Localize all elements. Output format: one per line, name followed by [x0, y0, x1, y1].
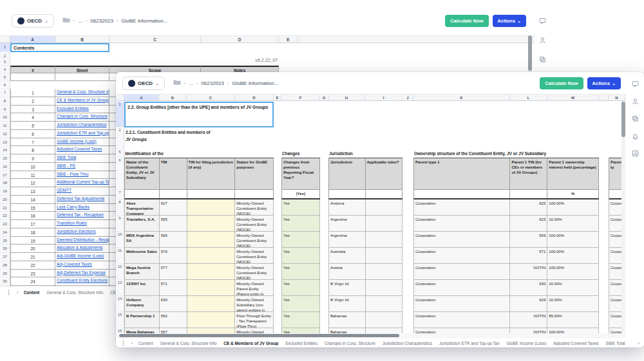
cell-jur[interactable]: B Virgin Isl: [329, 296, 366, 312]
front-horizontal-scrollbar[interactable]: [116, 333, 625, 338]
breadcrumb-folder[interactable]: 06232023: [201, 80, 224, 86]
sheet-link[interactable]: Changes in Corp. Structure: [57, 114, 108, 118]
cell-tin[interactable]: 571: [160, 280, 187, 296]
sheet-link[interactable]: Adj-Covered Taxes: [57, 262, 92, 266]
comment-icon[interactable]: [539, 17, 546, 24]
sheet-link[interactable]: Allocation & Adjustments: [57, 245, 103, 250]
chevron-left-icon[interactable]: ‹: [17, 290, 19, 295]
cell-name[interactable]: Melbourne Sales: [125, 248, 160, 264]
sheet-tab[interactable]: Content: [24, 290, 40, 295]
breadcrumb-file[interactable]: GloBE Information...: [232, 80, 278, 86]
cell-pct[interactable]: 100.00%: [547, 264, 599, 280]
cell-jur[interactable]: B Virgin Isl: [329, 280, 366, 296]
cell-ptype[interactable]: Corporation: [414, 312, 510, 328]
cell-name[interactable]: Abex Transportation Company: [125, 199, 160, 216]
row-header[interactable]: 24: [0, 228, 10, 237]
cell-tinf[interactable]: [187, 199, 236, 216]
cell-tinf[interactable]: [187, 232, 236, 248]
row-header[interactable]: 9: [116, 216, 124, 232]
cell-tinf[interactable]: [187, 216, 236, 232]
sheet-cell[interactable]: Excluded Entities: [55, 106, 109, 114]
sheet-cell[interactable]: Adj-Covered Taxes: [55, 261, 109, 270]
sheet-tab[interactable]: SBIE Total: [606, 341, 625, 346]
row-header[interactable]: 1: [116, 102, 124, 127]
cell-changes[interactable]: Yes: [282, 312, 320, 328]
row-header[interactable]: 28: [0, 261, 10, 270]
sheet-cell[interactable]: Allocation & Adjustments: [55, 245, 109, 253]
row-header[interactable]: 3: [0, 58, 10, 66]
calculate-now-button[interactable]: Calculate Now: [540, 77, 583, 89]
cell-tin[interactable]: 577: [160, 264, 187, 280]
chart-icon[interactable]: [632, 150, 639, 157]
sheet-cell[interactable]: Jurisdiction Characteristics: [55, 122, 109, 130]
cell-ptype[interactable]: Corporation: [414, 280, 510, 296]
row-header[interactable]: 1: [0, 43, 10, 52]
cell-changes[interactable]: Yes: [282, 264, 320, 280]
sheet-cell[interactable]: SBIE - Flow Thru: [55, 171, 109, 180]
row-header[interactable]: 15: [0, 154, 10, 163]
row-header[interactable]: 29: [0, 270, 10, 278]
cell-pct[interactable]: 100.00%: [547, 248, 599, 264]
sheet-cell[interactable]: General & Corp. Structure Info: [55, 89, 109, 97]
row-header[interactable]: 19: [0, 187, 10, 196]
cell-ptype[interactable]: Corporation: [414, 232, 510, 248]
empty-cell[interactable]: [55, 73, 109, 81]
row-header[interactable]: 7: [0, 89, 10, 97]
row-header[interactable]: 6: [0, 81, 10, 89]
row-header[interactable]: 21: [0, 204, 10, 212]
sheet-tab[interactable]: Jurisdiction Characteristics: [383, 341, 432, 346]
cell-ptin[interactable]: NOTIN: [510, 264, 547, 280]
sheet-cell[interactable]: Deferred Tax Adjustments: [55, 196, 109, 204]
cell-changes[interactable]: Yes: [282, 280, 320, 296]
cell-changes[interactable]: Yes: [282, 232, 320, 248]
column-header-N[interactable]: N: [609, 95, 625, 100]
row-header[interactable]: 7: [116, 190, 124, 199]
cell-tinf[interactable]: [187, 280, 236, 296]
row-header[interactable]: 26: [0, 245, 10, 253]
sheet-cell[interactable]: Adj-GloBE Income (Loss): [55, 253, 109, 261]
column-header-G[interactable]: G: [320, 95, 328, 100]
sheet-link[interactable]: SBIE Total: [57, 155, 76, 160]
scrollbar-thumb[interactable]: [528, 35, 532, 71]
sheet-link[interactable]: Jurisdiction Characteristics: [57, 122, 106, 127]
sheet-cell[interactable]: CE & Members of JV Group: [55, 97, 109, 106]
row-header[interactable]: 14: [0, 146, 10, 154]
row-header[interactable]: 12: [116, 264, 124, 280]
comment-icon[interactable]: [632, 80, 639, 88]
row-header[interactable]: 16: [0, 163, 10, 171]
workspace-switcher[interactable]: OECD ⌄: [122, 77, 165, 90]
cell-ptype[interactable]: Corporation: [414, 296, 510, 312]
column-header-A[interactable]: A: [124, 95, 159, 100]
corner-cell[interactable]: [0, 36, 10, 42]
cell-status[interactable]: Minority-Owned Constituent Entity (MOCE): [235, 199, 274, 216]
cell-jur[interactable]: Argentina: [329, 216, 366, 232]
copy-icon[interactable]: [539, 56, 546, 63]
cell-jur[interactable]: Australia: [329, 248, 366, 264]
column-header-K[interactable]: K: [413, 95, 510, 100]
cell-name[interactable]: Mega Austria Branch: [125, 264, 160, 280]
cell-tin[interactable]: 576: [160, 248, 187, 264]
selected-title-cell[interactable]: 2.2. Group Entities [other than the UPE]…: [124, 102, 274, 127]
sheet-cell[interactable]: SBIE - PE: [55, 163, 109, 171]
row-header[interactable]: 10: [0, 113, 10, 122]
column-header-M[interactable]: M: [547, 95, 599, 100]
profile-icon[interactable]: [632, 98, 639, 105]
sheet-cell[interactable]: Jurisdiction ETR and Top-up Tax: [55, 130, 109, 138]
row-header[interactable]: 12: [0, 130, 10, 138]
sheet-link[interactable]: Excluded Entities: [57, 106, 89, 111]
row-header[interactable]: 14: [116, 296, 124, 312]
sheet-cell[interactable]: Changes in Corp. Structure: [55, 113, 109, 122]
kebab-menu-icon[interactable]: ⋮: [120, 340, 126, 346]
sheet-cell[interactable]: Loss Carry Backs: [55, 204, 109, 212]
cell-name[interactable]: 123567 Inc: [125, 280, 160, 296]
column-header-D[interactable]: D: [235, 95, 274, 100]
row-header[interactable]: 27: [0, 253, 10, 261]
row-header[interactable]: 5: [0, 73, 10, 81]
breadcrumb-ellipsis[interactable]: ...: [78, 18, 82, 24]
cell-rules[interactable]: [366, 328, 403, 333]
cell-pct[interactable]: 100.00%: [547, 199, 599, 216]
column-header-D[interactable]: D: [201, 36, 279, 42]
cell-pct[interactable]: 10.00%: [547, 216, 599, 232]
row-header[interactable]: 16: [116, 328, 124, 333]
sheet-link[interactable]: Additional Current Top-up Tax: [57, 180, 109, 184]
